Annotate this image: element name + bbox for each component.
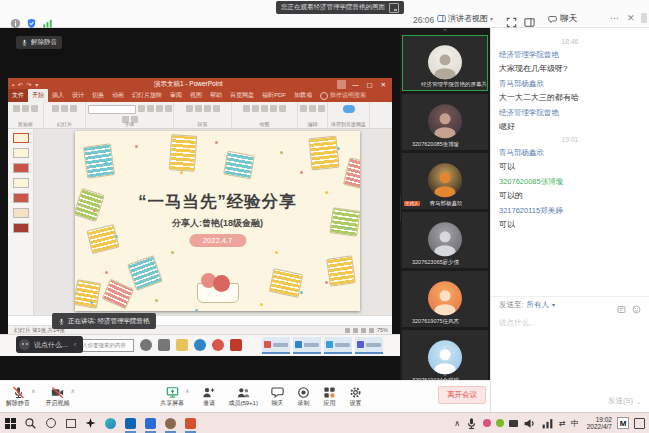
tell-me-search[interactable]: 操作说明搜索	[316, 89, 370, 102]
quick-access-toolbar[interactable]: ▪ ↶ ↷ ▾	[12, 81, 39, 88]
tray-app-green-icon[interactable]	[496, 419, 504, 427]
taskbar-app-icon[interactable]	[158, 339, 170, 351]
clock[interactable]: 19:02 2022/4/7	[587, 416, 612, 430]
chat-input[interactable]: 说点什么...	[491, 312, 649, 384]
ppt-tab-动画[interactable]: 动画	[108, 89, 128, 102]
participant-tile[interactable]: 主持人 青马部杨鑫欣	[402, 153, 488, 209]
collapse-left-icon[interactable]: ‹	[74, 340, 77, 349]
leave-meeting-button[interactable]: 离开会议	[438, 386, 486, 404]
tray-display-icon[interactable]	[509, 420, 518, 427]
network-signal-icon[interactable]	[42, 15, 53, 26]
ppt-tab-加载项[interactable]: 加载项	[290, 89, 316, 102]
pinned-app-icon[interactable]	[84, 417, 97, 430]
powerpoint-icon[interactable]	[184, 417, 197, 430]
scroll-down-icon[interactable]: ⌄	[400, 371, 490, 377]
taskbar-app-icon[interactable]	[230, 339, 242, 351]
tray-app-pink-icon[interactable]	[483, 419, 491, 427]
participant-tile[interactable]: 3207619075任凤杰	[402, 271, 488, 327]
participant-tile[interactable]: 3207620085张博璇	[402, 94, 488, 150]
ppt-tab-帮助[interactable]: 帮助	[206, 89, 226, 102]
taskbar-window-button[interactable]	[262, 337, 290, 354]
participant-tile[interactable]: 经济管理学院曾艳的屏幕共享	[402, 35, 488, 91]
slide-thumbnail[interactable]	[13, 163, 29, 173]
chat-history-icon[interactable]	[617, 300, 626, 309]
camera-off-button[interactable]: 开启视频	[45, 385, 69, 408]
ppt-tab-文件[interactable]: 文件	[8, 89, 28, 102]
taskbar-window-button[interactable]	[355, 337, 383, 354]
emoji-picker-icon[interactable]	[632, 300, 641, 309]
taskbar-app-icon[interactable]	[140, 339, 152, 351]
taskbar-search-icon[interactable]	[24, 417, 37, 430]
caret-up-icon[interactable]: ∧	[31, 387, 35, 408]
chat-button[interactable]: 聊天	[271, 385, 284, 408]
ribbon-group-字体[interactable]: 字体	[86, 102, 174, 128]
ribbon-group-baidu-cloud[interactable]: 保存到百度网盘	[328, 102, 370, 128]
send-to-selector[interactable]: 所有人	[527, 300, 550, 310]
window-controls[interactable]: — ▢ ✕	[352, 81, 389, 89]
tray-sync-icon[interactable]: ⇄	[559, 419, 566, 428]
invite-button[interactable]: 邀请	[202, 385, 215, 408]
chat-close-icon[interactable]: ✕	[627, 13, 635, 23]
ribbon-group-绘图[interactable]: 绘图	[232, 102, 298, 128]
settings-button[interactable]: 设置	[349, 385, 362, 408]
mic-off-button[interactable]: 解除静音	[6, 385, 30, 408]
ppt-tab-视图[interactable]: 视图	[186, 89, 206, 102]
ppt-tab-切换[interactable]: 切换	[88, 89, 108, 102]
sogou-ime-icon[interactable]: M	[617, 417, 629, 429]
tencent-meeting-icon[interactable]	[144, 417, 157, 430]
panel-pin-icon[interactable]	[641, 13, 647, 23]
members-button[interactable]: 成员(59+1)	[228, 385, 258, 408]
taskbar-app-icon[interactable]	[194, 339, 206, 351]
danmaku-input[interactable]: 说点什么... ‹	[16, 336, 83, 353]
zoom-level[interactable]: 75%	[377, 327, 388, 333]
slide-thumbnail[interactable]	[13, 193, 29, 203]
unmute-tooltip[interactable]: 解除静音	[16, 36, 62, 49]
taskbar-app-icon[interactable]	[176, 339, 188, 351]
view-reading-icon[interactable]	[361, 328, 366, 333]
slide-thumbnail[interactable]	[13, 208, 29, 218]
ribbon-group-编辑[interactable]: 编辑	[298, 102, 328, 128]
meeting-info-icon[interactable]	[10, 15, 21, 26]
fullscreen-icon[interactable]	[506, 14, 517, 25]
view-sorter-icon[interactable]	[353, 328, 358, 333]
view-normal-icon[interactable]	[345, 328, 350, 333]
strip-collapse-handle[interactable]: ‹	[400, 196, 401, 222]
slide-thumbnail[interactable]	[13, 178, 29, 188]
send-button[interactable]: 发送(S)	[608, 396, 633, 406]
panel-layout-icon[interactable]	[524, 14, 535, 25]
apps-button[interactable]: 应用	[323, 385, 336, 408]
ime-language-indicator[interactable]: 中	[571, 418, 579, 429]
ppt-tab-幻灯片放映[interactable]: 幻灯片放映	[128, 89, 166, 102]
slide-canvas[interactable]: “一马当先”经验分享 分享人:曾艳(18级金融) 2022.4.7	[75, 131, 360, 311]
security-shield-icon[interactable]	[26, 15, 37, 26]
view-mode-selector[interactable]: 演讲者视图 ▾	[437, 13, 493, 24]
ribbon-group-剪贴板[interactable]: 剪贴板	[8, 102, 44, 128]
send-options-icon[interactable]: ⌄	[636, 398, 641, 405]
edge-browser-icon[interactable]	[104, 417, 117, 430]
scroll-up-icon[interactable]: ⌃	[400, 29, 490, 35]
caret-up-icon[interactable]: ∧	[185, 387, 189, 408]
tray-microphone-icon[interactable]	[465, 417, 478, 430]
ppt-tab-开始[interactable]: 开始	[28, 89, 48, 102]
taskbar-window-button[interactable]	[324, 337, 352, 354]
ribbon-group-幻灯片[interactable]: 幻灯片	[44, 102, 86, 128]
ppt-tab-审阅[interactable]: 审阅	[166, 89, 186, 102]
user-app-icon[interactable]	[164, 417, 177, 430]
ribbon-group-段落[interactable]: 段落	[174, 102, 232, 128]
caret-up-icon[interactable]: ∧	[70, 387, 74, 408]
windows-start-icon[interactable]	[4, 417, 17, 430]
chat-message-list[interactable]: 18:46经济管理学院曾艳大家现在几年级呀?青马部杨鑫欣大一大二大三的都有哈经济…	[491, 30, 649, 296]
ppt-tab-插入[interactable]: 插入	[48, 89, 68, 102]
floating-window-icon[interactable]	[389, 3, 399, 13]
account-avatar[interactable]	[337, 80, 346, 89]
action-center-icon[interactable]	[634, 418, 645, 429]
tray-expand-icon[interactable]: ∧	[454, 419, 460, 428]
tray-network-icon[interactable]	[541, 417, 554, 430]
record-button[interactable]: 录制	[297, 385, 310, 408]
ppt-tab-百度网盘[interactable]: 百度网盘	[226, 89, 258, 102]
participant-tile[interactable]: 3207623065廖少倩	[402, 212, 488, 268]
ppt-tab-设计[interactable]: 设计	[68, 89, 88, 102]
slide-thumbnail[interactable]	[13, 148, 29, 158]
cortana-icon[interactable]	[44, 417, 57, 430]
taskbar-window-button[interactable]	[293, 337, 321, 354]
